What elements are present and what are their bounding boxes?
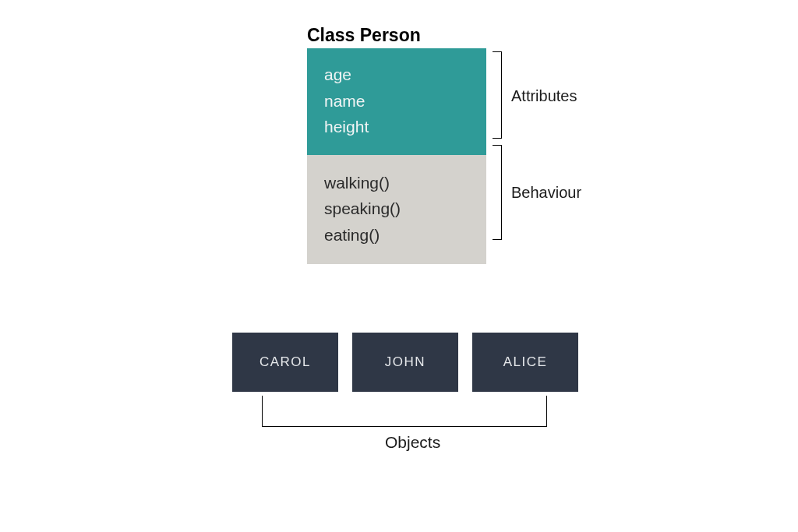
object-box-alice: ALICE [472, 333, 578, 392]
behaviour-item: speaking() [324, 196, 469, 221]
attribute-item: height [324, 115, 469, 139]
behaviour-item: eating() [324, 223, 469, 248]
object-box-john: JOHN [352, 333, 458, 392]
objects-row: CAROL JOHN ALICE [232, 333, 578, 392]
behaviour-item: walking() [324, 171, 469, 196]
behaviour-section: walking() speaking() eating() [307, 155, 486, 265]
object-box-carol: CAROL [232, 333, 338, 392]
behaviour-label: Behaviour [511, 184, 581, 202]
attribute-item: name [324, 89, 469, 114]
attribute-item: age [324, 62, 469, 87]
objects-bracket [262, 396, 547, 427]
class-box: age name height walking() speaking() eat… [307, 48, 486, 264]
bracket-attributes [493, 51, 502, 139]
class-title: Class Person [307, 25, 421, 46]
bracket-behaviour [493, 145, 502, 240]
objects-label: Objects [385, 433, 440, 452]
attributes-label: Attributes [511, 87, 577, 105]
attributes-section: age name height [307, 48, 486, 155]
